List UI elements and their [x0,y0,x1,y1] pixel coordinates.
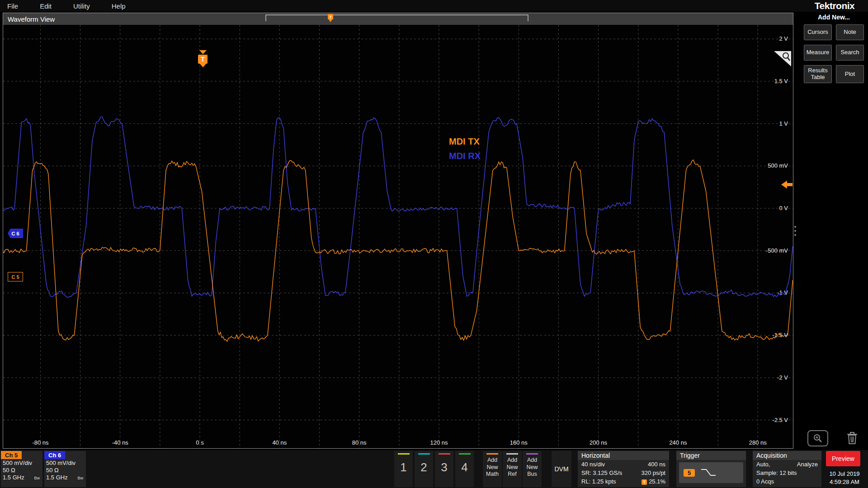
channel-4-color-dash [459,453,471,455]
trigger-settings-tile[interactable]: 5 [679,462,743,483]
ch5-settings-tile[interactable]: Ch 5 500 mV/div 50 Ω 1.5 GHz Bw [1,451,42,487]
svg-text:200 ns: 200 ns [590,439,608,446]
trigger-panel[interactable]: Trigger 5 [676,451,746,487]
ch5-tag: Ch 5 [1,451,22,459]
menu-file[interactable]: File [7,2,18,10]
svg-text:0 V: 0 V [779,205,788,211]
add-bus-line1: Add [523,457,542,464]
zoom-tool-icon[interactable] [774,51,791,66]
trash-icon [846,432,858,445]
datetime-display: 10 Jul 2019 4:59:28 AM [822,470,867,486]
panel-drag-handle[interactable] [794,226,796,236]
oscilloscope-app: File Edit Utility Help Tektronix Wavefor… [0,0,868,488]
channel-4-button[interactable]: 4 [455,451,474,487]
trigger-position-arrow-icon[interactable] [199,50,207,54]
horizontal-panel-title: Horizontal [578,451,669,460]
zoom-magnifier-icon [812,433,823,444]
time-label: 4:59:28 AM [822,478,867,486]
svg-text:160 ns: 160 ns [510,439,528,446]
add-new-ref-button[interactable]: Add New Ref [503,451,522,487]
add-math-line3: Math [483,471,502,478]
ch6-scale: 500 mV/div [44,459,86,466]
add-new-bus-button[interactable]: Add New Bus [523,451,542,487]
add-ref-line1: Add [503,457,522,464]
menu-utility[interactable]: Utility [73,2,90,10]
cursors-button[interactable]: Cursors [804,24,832,40]
add-ref-line2: New [503,464,522,471]
trigger-position-percent: 25.1% [649,478,665,485]
channel-3-color-dash [439,453,450,455]
svg-text:40 ns: 40 ns [272,439,287,446]
svg-text:120 ns: 120 ns [430,439,448,446]
acquisition-analyze: Analyze [797,460,818,469]
horizontal-trigger-letter: T [329,15,332,19]
channel-2-number: 2 [415,460,433,474]
trigger-flag-pointer-icon [200,64,206,67]
svg-text:80 ns: 80 ns [352,439,367,446]
menu-edit[interactable]: Edit [40,2,52,10]
acquisition-sample: Sample: 12 bits [756,469,797,478]
zoom-mode-button[interactable] [807,430,828,446]
channel-4-number: 4 [455,460,474,474]
menu-bar: File Edit Utility Help [0,0,868,12]
sample-rate: SR: 3.125 GS/s [581,469,622,478]
ch6-settings-tile[interactable]: Ch 6 500 mV/div 50 Ω 1.5 GHz Bw [44,451,86,487]
measure-button[interactable]: Measure [804,45,832,61]
record-length: RL: 1.25 kpts [581,478,616,486]
horizontal-window: 400 ns [648,460,665,469]
channel-1-button[interactable]: 1 [394,451,413,487]
add-new-math-button[interactable]: Add New Math [483,451,502,487]
trigger-level-arrow[interactable] [781,181,793,189]
acquisition-mode: Auto, [756,460,770,469]
graticule [3,25,793,448]
acquisition-count: 0 Acqs [756,478,774,486]
acquisition-panel-title: Acquisition [753,451,821,460]
svg-text:1 V: 1 V [779,120,788,127]
svg-text:-80 ns: -80 ns [32,439,49,446]
trigger-position-mini-icon: T [642,479,647,485]
menu-help[interactable]: Help [112,2,126,10]
trash-button[interactable] [845,430,859,446]
tektronix-logo: Tektronix [807,0,862,11]
magnifier-icon [776,51,791,66]
ch6-tag: Ch 6 [44,451,65,459]
add-bus-line2: New [523,464,542,471]
add-bus-line3: Bus [523,471,542,478]
channel-1-color-dash [398,453,410,455]
channel-3-button[interactable]: 3 [435,451,453,487]
ch5-bandwidth: 1.5 GHz [3,474,24,481]
svg-text:280 ns: 280 ns [749,439,767,446]
horizontal-panel[interactable]: Horizontal 40 ns/div 400 ns SR: 3.125 GS… [578,451,669,487]
waveform-plot[interactable]: -80 ns-40 ns0 s40 ns80 ns120 ns160 ns200… [3,25,793,448]
waveform-mdi-rx [3,117,793,297]
horizontal-position-bracket[interactable]: T [265,14,529,24]
mdi-tx-label: MDI TX [449,136,480,147]
dvm-button[interactable]: DVM [552,451,571,487]
acquisition-panel[interactable]: Acquisition Auto, Analyze Sample: 12 bit… [753,451,821,487]
trigger-position-flag[interactable]: T [198,55,208,64]
ch6-bw-tag: Bw [77,476,83,480]
trigger-panel-title: Trigger [676,451,746,460]
ch6-position-badge[interactable]: C 6 [8,229,23,238]
bus-color-dash [526,453,538,455]
plot-button[interactable]: Plot [836,65,864,83]
channel-2-button[interactable]: 2 [415,451,433,487]
svg-text:0 s: 0 s [196,439,204,446]
add-math-line1: Add [483,457,502,464]
ch5-bw-tag: Bw [34,476,40,480]
waveform-window: Waveform View -80 ns-40 ns0 s40 ns80 ns1… [3,13,793,449]
svg-text:-2 V: -2 V [777,374,788,381]
ch5-position-badge[interactable]: C 5 [8,272,23,282]
svg-text:-500 mV: -500 mV [766,247,788,254]
results-table-button[interactable]: Results Table [804,65,832,83]
search-button[interactable]: Search [836,45,864,61]
ch6-impedance: 50 Ω [44,466,86,474]
ch5-impedance: 50 Ω [1,466,42,474]
svg-text:2 V: 2 V [779,35,788,42]
channel-2-color-dash [418,453,430,455]
note-button[interactable]: Note [836,24,864,40]
ref-color-dash [506,453,518,455]
svg-text:240 ns: 240 ns [669,439,687,446]
falling-edge-icon [700,468,717,478]
preview-button[interactable]: Preview [826,451,860,466]
